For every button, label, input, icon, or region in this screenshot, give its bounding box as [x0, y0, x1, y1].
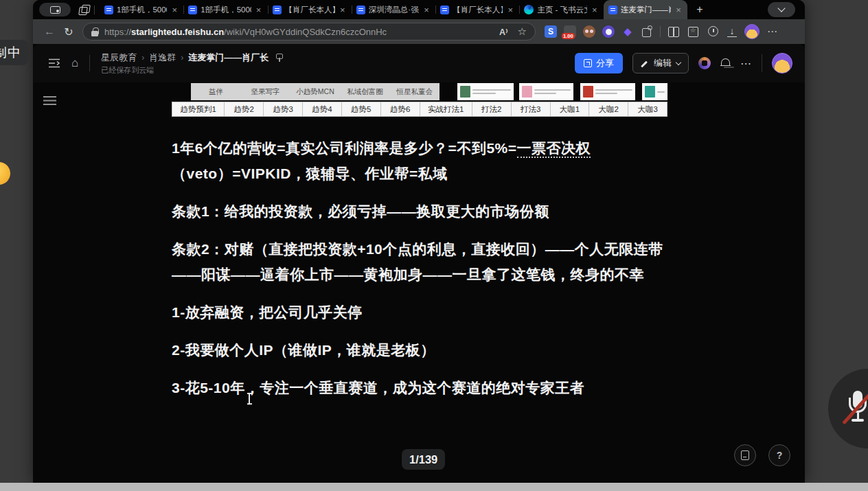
link-preview-card[interactable] [642, 83, 667, 100]
breadcrumb: 星辰教育 肖逸群 连麦掌门——肖厂长 已经保存到云端 [101, 52, 284, 76]
breadcrumb-item[interactable]: 肖逸群 [149, 52, 176, 64]
table-tabs-row: 趋势预判1 趋势2 趋势3 趋势4 趋势5 趋势6 实战打法1 打法2 打法3 … [172, 102, 667, 117]
pin-icon[interactable] [275, 53, 284, 62]
desktop: 1部手机，5000 1部手机，5000 【肖厂长本人】 深圳湾晶总·强 [0, 0, 868, 491]
browser-tab-5[interactable]: 【肖厂长本人】 [435, 0, 519, 19]
question-mark-icon [777, 450, 783, 461]
tab-title: 【肖厂长本人】 [285, 5, 335, 15]
tab-title: 主页 - 飞书云文档 [537, 5, 586, 15]
notifications-bell-icon[interactable] [720, 58, 731, 69]
text-run: 1年6个亿的营收=真实公司利润率是多少？=不到5%= [172, 140, 517, 156]
share-button[interactable]: 分享 [575, 53, 623, 73]
table-tab[interactable]: 大咖3 [628, 102, 667, 116]
edit-button[interactable]: 编辑 [632, 53, 689, 73]
table-tab[interactable]: 趋势2 [225, 102, 264, 116]
table-cell: 恒星私董会 [390, 83, 439, 100]
feedback-button[interactable] [734, 444, 756, 466]
meeting-mic-bubble[interactable] [828, 369, 868, 448]
collections-icon[interactable] [687, 25, 700, 38]
tab-title: 【肖厂长本人】 [453, 5, 503, 15]
browser-menu-icon[interactable] [767, 25, 778, 38]
paragraph: 条款1：给我的投资款，必须亏掉——换取更大的市场份额 [172, 198, 667, 224]
document-column: 益伴 坚果写字 小趋势MCN 私域创富圈 恒星私董会 [172, 83, 667, 413]
bottom-edge-strip [0, 483, 868, 491]
lock-icon[interactable] [91, 27, 98, 36]
url-text[interactable]: https://starlightedu.feishu.cn/wiki/VqH0… [104, 27, 499, 37]
table-tab[interactable]: 打法2 [472, 102, 512, 116]
browser-tab-6[interactable]: 主页 - 飞书云文档 [519, 0, 603, 19]
close-icon[interactable] [506, 5, 514, 14]
link-preview-card[interactable] [457, 83, 514, 100]
close-icon[interactable] [339, 5, 347, 14]
extension-gem-icon[interactable] [621, 25, 634, 38]
address-bar[interactable]: https://starlightedu.feishu.cn/wiki/VqH0… [82, 23, 536, 41]
close-icon[interactable] [591, 5, 599, 14]
divider [660, 26, 661, 37]
tab-title: 1部手机，5000 [117, 5, 167, 15]
extension-glasses-icon[interactable] [583, 25, 595, 38]
browser-tab-2[interactable]: 1部手机，5000 [183, 0, 267, 19]
new-tab-button[interactable] [694, 4, 705, 15]
paragraph: 条款2：对赌（直接把投资款+10个点的利息，直接收回）——个人无限连带——阳谋—… [172, 236, 667, 287]
share-label: 分享 [596, 57, 614, 69]
extension-s-icon[interactable] [545, 25, 557, 38]
document-content: 益伴 坚果写字 小趋势MCN 私域创富圈 恒星私董会 [33, 82, 805, 483]
table-tab[interactable]: 趋势5 [342, 102, 381, 116]
table-tab[interactable]: 大咖1 [551, 102, 590, 116]
browser-tab-4[interactable]: 深圳湾晶总·强 [352, 0, 435, 19]
app-header: 星辰教育 肖逸群 连麦掌门——肖厂长 已经保存到云端 分享 [33, 44, 805, 82]
home-icon[interactable] [71, 56, 78, 70]
history-icon[interactable] [707, 25, 720, 38]
share-icon [584, 59, 592, 67]
browser-tab-1[interactable]: 1部手机，5000 [100, 0, 183, 19]
user-avatar[interactable] [772, 53, 792, 73]
url-scheme: https:// [104, 27, 131, 37]
workspaces-icon[interactable] [79, 5, 89, 15]
table-tab[interactable]: 实战打法1 [420, 102, 472, 116]
split-screen-icon[interactable] [667, 25, 680, 38]
recording-status-label: 录制中 [0, 40, 29, 65]
link-preview-card[interactable] [519, 83, 573, 100]
tab-preview-button[interactable] [39, 3, 71, 16]
back-button[interactable] [41, 25, 58, 38]
table-tab[interactable]: 趋势6 [381, 102, 420, 116]
more-options-icon[interactable] [740, 57, 752, 70]
extensions-row: 1.00 [545, 25, 653, 38]
sidebar-toggle-icon[interactable] [48, 58, 60, 69]
read-aloud-icon[interactable] [499, 27, 508, 37]
divider [94, 5, 95, 14]
favorite-star-icon[interactable] [518, 25, 527, 38]
url-domain: starlightedu.feishu.cn [131, 27, 224, 37]
close-icon[interactable] [674, 5, 683, 14]
extension-face-icon[interactable] [602, 25, 615, 38]
extension-badge-icon[interactable]: 1.00 [564, 25, 576, 38]
outline-toggle-icon[interactable] [43, 96, 56, 105]
breadcrumb-item[interactable]: 星辰教育 [101, 52, 137, 64]
refresh-button[interactable] [60, 25, 77, 38]
close-icon[interactable] [422, 5, 431, 14]
downloads-icon[interactable] [727, 26, 737, 37]
gradient-ring-icon[interactable] [698, 57, 711, 69]
table-tab[interactable]: 趋势3 [264, 102, 303, 116]
close-icon[interactable] [255, 5, 263, 14]
tab-search-button[interactable] [768, 2, 795, 17]
browser-tab-active[interactable]: 连麦掌门——肖厂 [604, 0, 687, 19]
doc-favicon-icon [188, 5, 197, 14]
browser-profile-avatar[interactable] [744, 24, 760, 39]
link-preview-card[interactable] [580, 83, 635, 100]
divider [89, 55, 90, 71]
table-row: 益伴 坚果写字 小趋势MCN 私域创富圈 恒星私董会 [191, 83, 439, 100]
table-tab[interactable]: 趋势预判1 [172, 102, 225, 116]
table-tab[interactable]: 打法3 [512, 102, 551, 116]
table-cell: 小趋势MCN [290, 83, 340, 100]
table-tab[interactable]: 趋势4 [303, 102, 342, 116]
page-title[interactable]: 连麦掌门——肖厂长 [188, 52, 269, 64]
browser-tab-3[interactable]: 【肖厂长本人】 [268, 0, 352, 19]
table-tab[interactable]: 大咖2 [589, 102, 628, 116]
help-button[interactable] [768, 444, 790, 466]
close-icon[interactable] [170, 5, 179, 14]
toolbar-right-icons [667, 24, 778, 39]
floating-assistant-button[interactable] [0, 162, 10, 185]
extensions-menu-icon[interactable] [641, 25, 653, 38]
table-cell: 私域创富圈 [340, 83, 389, 100]
